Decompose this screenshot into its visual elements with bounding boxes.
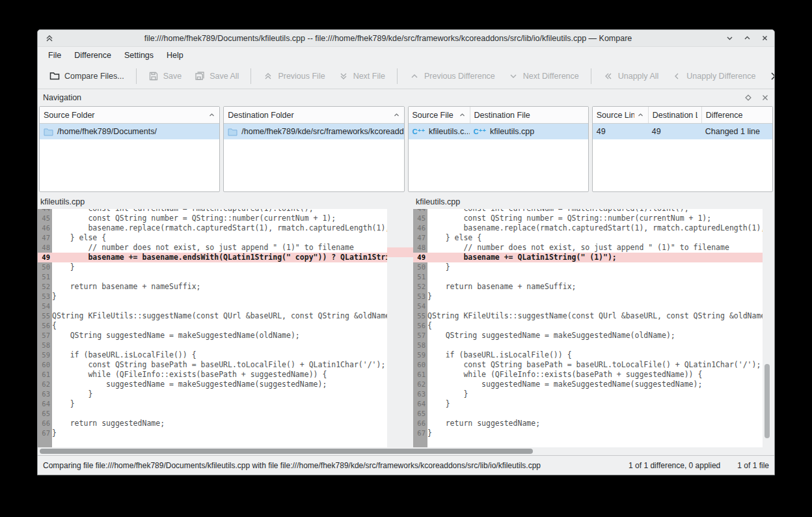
files-row[interactable]: C⁺⁺ kfileutils.c... C⁺⁺ kfileutils.cpp bbox=[409, 124, 588, 139]
minimize-icon[interactable] bbox=[725, 34, 734, 42]
line-number: 59 bbox=[38, 350, 52, 360]
destination-line-header[interactable]: Destination Line bbox=[648, 107, 701, 123]
difference-header[interactable]: Difference bbox=[701, 107, 772, 123]
code-text: // number does not exist, so just append… bbox=[52, 243, 387, 253]
code-text: { bbox=[52, 321, 387, 331]
code-text: while (QFileInfo::exists(basePath + sugg… bbox=[52, 370, 387, 380]
kompare-window: file:///home/fhek789/Documents/kfileutil… bbox=[37, 29, 775, 475]
menu-file[interactable]: File bbox=[42, 48, 68, 63]
previous-difference-button[interactable]: Previous Difference bbox=[404, 67, 500, 85]
line-number: 57 bbox=[38, 331, 52, 341]
save-all-button[interactable]: Save All bbox=[189, 67, 244, 85]
code-text: } bbox=[52, 389, 387, 399]
line-number: 57 bbox=[413, 331, 427, 341]
source-folder-header[interactable]: Source Folder bbox=[40, 107, 219, 123]
next-difference-button[interactable]: Next Difference bbox=[503, 67, 584, 85]
line-number: 61 bbox=[38, 370, 52, 380]
sort-ascending-icon bbox=[459, 111, 466, 119]
save-icon bbox=[148, 71, 159, 81]
line-number: 67 bbox=[38, 428, 52, 438]
code-line: 67 } bbox=[413, 428, 763, 438]
line-number: 66 bbox=[38, 419, 52, 428]
code-text bbox=[427, 341, 763, 350]
keep-above-icon[interactable] bbox=[43, 34, 56, 43]
line-number: 54 bbox=[413, 301, 427, 311]
unapply-difference-button[interactable]: Unapply Difference bbox=[666, 67, 761, 85]
code-text: } else { bbox=[427, 233, 763, 243]
code-text: QString KFileUtils::suggestName(const QU… bbox=[427, 311, 763, 321]
source-folder-row[interactable]: /home/fhek789/Documents/ bbox=[40, 124, 219, 139]
line-number: 54 bbox=[38, 301, 52, 311]
navigation-panel: Source Folder /home/fhek789/Documents/ bbox=[38, 105, 774, 195]
code-text bbox=[52, 272, 387, 282]
line-number: 61 bbox=[413, 370, 427, 380]
titlebar[interactable]: file:///home/fhek789/Documents/kfileutil… bbox=[38, 30, 774, 47]
code-line: 49 basename += basename.endsWith(QLatin1… bbox=[38, 253, 387, 262]
code-line: 58 bbox=[38, 341, 387, 350]
code-line: 59 if (baseURL.isLocalFile()) { bbox=[38, 350, 387, 360]
float-dock-icon[interactable] bbox=[744, 94, 752, 102]
code-line: 61 while (QFileInfo::exists(basePath + s… bbox=[38, 370, 387, 380]
line-number: 47 bbox=[413, 233, 427, 243]
source-code-view[interactable]: 44 const int currentNum = rmatch.capture… bbox=[38, 209, 387, 447]
horizontal-scrollbar-thumb[interactable] bbox=[40, 449, 533, 454]
code-line: 52 return basename + nameSuffix; bbox=[38, 282, 387, 292]
maximize-icon[interactable] bbox=[743, 34, 751, 42]
menu-help[interactable]: Help bbox=[160, 48, 190, 63]
destination-code-view[interactable]: 44 const int currentNum = rmatch.capture… bbox=[413, 209, 763, 447]
vertical-scrollbar[interactable] bbox=[763, 195, 774, 447]
destination-folder-header[interactable]: Destination Folder bbox=[224, 107, 403, 123]
code-line: 44 const int currentNum = rmatch.capture… bbox=[413, 209, 763, 214]
code-text: while (QFileInfo::exists(basePath + sugg… bbox=[427, 370, 763, 380]
code-line: 60 const QString basePath = baseURL.toLo… bbox=[413, 360, 763, 370]
source-file-header[interactable]: Source File bbox=[409, 107, 470, 123]
code-line: 64 } bbox=[38, 399, 387, 409]
compare-files-button[interactable]: Compare Files... bbox=[44, 67, 129, 85]
difference-row[interactable]: 49 49 Changed 1 line bbox=[593, 124, 772, 139]
vertical-scrollbar-thumb[interactable] bbox=[765, 364, 770, 438]
close-dock-icon[interactable] bbox=[761, 94, 769, 102]
code-line: 55 QString KFileUtils::suggestName(const… bbox=[413, 311, 763, 321]
code-line: 52 return basename + nameSuffix; bbox=[413, 282, 763, 292]
code-line: 59 if (baseURL.isLocalFile()) { bbox=[413, 350, 763, 360]
code-line: 54 bbox=[413, 301, 763, 311]
destination-file-header[interactable]: Destination File bbox=[470, 107, 588, 123]
horizontal-scrollbar[interactable] bbox=[38, 447, 774, 455]
code-line: 64 } bbox=[413, 399, 763, 409]
code-line: 45 const QString number = QString::numbe… bbox=[38, 214, 387, 223]
code-line: 67 } bbox=[38, 428, 387, 438]
chevron-down-icon bbox=[508, 71, 519, 81]
line-number: 44 bbox=[413, 209, 427, 214]
cpp-file-icon: C⁺⁺ bbox=[474, 128, 487, 136]
code-text: } bbox=[427, 262, 763, 272]
next-file-button[interactable]: Next File bbox=[333, 67, 390, 85]
code-line: 51 bbox=[38, 272, 387, 282]
toolbar-overflow-button[interactable] bbox=[766, 68, 775, 85]
code-line: 63 } bbox=[413, 389, 763, 399]
code-text: const QString basePath = baseURL.toLocal… bbox=[427, 360, 763, 370]
line-number: 55 bbox=[38, 311, 52, 321]
destination-folder-row[interactable]: /home/fhek789/kde/src/frameworks/kcoread… bbox=[224, 124, 403, 139]
menu-settings[interactable]: Settings bbox=[118, 48, 160, 63]
previous-file-button[interactable]: Previous File bbox=[258, 67, 330, 85]
save-button[interactable]: Save bbox=[143, 67, 187, 85]
line-number: 67 bbox=[413, 428, 427, 438]
toolbar: Compare Files... Save Save All Previous … bbox=[38, 64, 774, 89]
line-number: 64 bbox=[413, 399, 427, 409]
code-line: 47 } else { bbox=[38, 233, 387, 243]
cpp-file-icon: C⁺⁺ bbox=[413, 128, 426, 136]
line-number: 63 bbox=[413, 389, 427, 399]
code-text: return basename + nameSuffix; bbox=[427, 282, 763, 292]
navigation-dock-header: Navigation bbox=[38, 89, 774, 105]
code-text: const int currentNum = rmatch.captured(1… bbox=[52, 209, 387, 214]
line-number: 48 bbox=[413, 243, 427, 253]
close-icon[interactable] bbox=[761, 34, 769, 42]
double-chevron-up-icon bbox=[263, 71, 273, 81]
source-folder-list: Source Folder /home/fhek789/Documents/ bbox=[39, 106, 220, 192]
toolbar-separator bbox=[136, 68, 137, 84]
code-line: 44 const int currentNum = rmatch.capture… bbox=[38, 209, 387, 214]
menu-difference[interactable]: Difference bbox=[68, 48, 118, 63]
source-line-header[interactable]: Source Line bbox=[593, 107, 648, 123]
code-text: } bbox=[427, 399, 763, 409]
unapply-all-button[interactable]: Unapply All bbox=[598, 67, 664, 85]
